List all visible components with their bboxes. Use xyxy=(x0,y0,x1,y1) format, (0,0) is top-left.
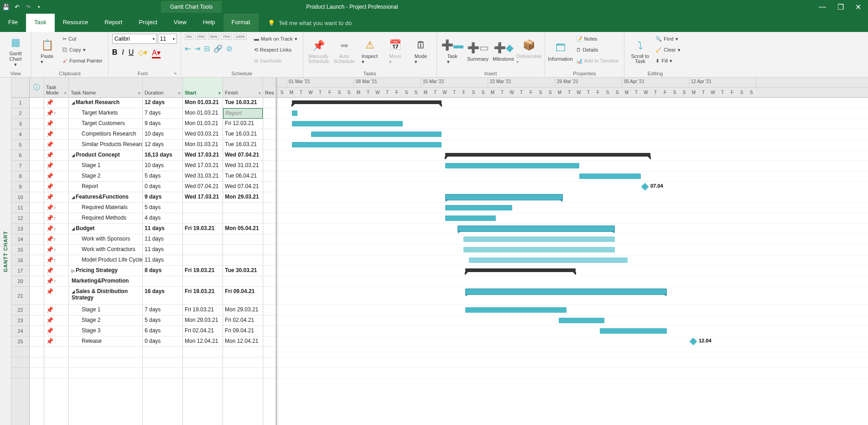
close-icon[interactable]: ✕ xyxy=(855,3,861,11)
indicator-cell[interactable] xyxy=(30,336,44,347)
move-button[interactable]: 📅Move▾ xyxy=(384,34,407,68)
pct-25-button[interactable]: 25% xyxy=(195,34,206,40)
font-color-button[interactable]: A▾ xyxy=(152,48,161,58)
gantt-bar[interactable] xyxy=(292,110,297,116)
mode-cell[interactable]: 📌? xyxy=(44,276,68,287)
copy-button[interactable]: ⿻Copy ▾ xyxy=(61,45,104,55)
start-cell[interactable]: Mon 29.03.21 xyxy=(183,315,223,326)
row-number[interactable] xyxy=(11,368,29,378)
duration-cell[interactable]: 11 days xyxy=(143,245,182,255)
maximize-icon[interactable]: ❐ xyxy=(837,3,844,11)
row-number[interactable]: 15 xyxy=(11,245,29,255)
tell-me-search[interactable]: 💡 Tell me what you want to do xyxy=(259,14,352,32)
duration-cell[interactable]: 7 days xyxy=(143,305,182,315)
task-name-cell[interactable]: ▷Pricing Strategy xyxy=(69,266,142,276)
indicator-cell[interactable] xyxy=(30,224,44,234)
indicator-cell[interactable] xyxy=(30,161,44,171)
mode-cell[interactable]: 📌 xyxy=(44,171,68,182)
empty-cell[interactable] xyxy=(30,357,44,368)
task-name-cell[interactable]: ◢Budget xyxy=(69,224,142,234)
duration-cell[interactable]: 12 days xyxy=(143,140,182,150)
gantt-bar[interactable] xyxy=(600,328,667,334)
task-name-cell[interactable]: ◢Sales & Distribution Strategy xyxy=(69,287,142,305)
start-cell[interactable]: Wed 17.03.21 xyxy=(183,161,223,171)
gantt-bar[interactable] xyxy=(463,247,615,252)
finish-cell[interactable]: Fri 12.03.21 xyxy=(223,119,263,129)
task-name-cell[interactable]: Work with Sponsors xyxy=(69,234,142,245)
finish-cell[interactable] xyxy=(223,255,263,266)
pct-100-button[interactable]: 100% xyxy=(234,34,246,40)
start-cell[interactable]: Mon 01.03.21 xyxy=(183,140,223,150)
scroll-to-task-button[interactable]: ⤵Scroll to Task xyxy=(628,34,652,68)
outdent-button[interactable]: ⇤ xyxy=(185,44,191,53)
mode-cell[interactable]: 📌 xyxy=(44,150,68,161)
task-name-cell[interactable]: Stage 2 xyxy=(69,171,142,182)
view-side-label[interactable]: GANTT CHART xyxy=(0,78,11,425)
finish-cell[interactable]: Tue 16.03.21 xyxy=(223,140,263,150)
gantt-chart-area[interactable]: 01 Mar '2108 Mar '2115 Mar '2122 Mar '21… xyxy=(277,78,868,425)
italic-button[interactable]: I xyxy=(122,48,124,58)
finish-cell[interactable]: Tue 16.03.21 xyxy=(223,98,263,108)
resource-cell[interactable] xyxy=(263,315,275,326)
mode-cell[interactable]: 📌? xyxy=(44,203,68,213)
gantt-bar[interactable] xyxy=(292,121,403,126)
mode-cell[interactable]: 📌 xyxy=(44,336,68,347)
mode-cell[interactable]: 📌 xyxy=(44,266,68,276)
mode-cell[interactable]: 📌? xyxy=(44,234,68,245)
inspect-button[interactable]: ⚠Inspect▾ xyxy=(358,34,382,68)
empty-cell[interactable] xyxy=(69,347,142,357)
task-name-cell[interactable]: Stage 1 xyxy=(69,305,142,315)
finish-cell[interactable] xyxy=(223,213,263,224)
task-name-cell[interactable]: Required Methods xyxy=(69,213,142,224)
resource-cell[interactable] xyxy=(263,161,275,171)
col-hdr-info[interactable]: ⓘ xyxy=(30,78,44,98)
start-cell[interactable]: Fri 02.04.21 xyxy=(183,326,223,336)
gantt-bar[interactable] xyxy=(292,142,442,147)
indicator-cell[interactable] xyxy=(30,192,44,203)
col-hdr-start[interactable]: Start▾ xyxy=(183,78,223,98)
indent-button[interactable]: ⇥ xyxy=(194,44,200,53)
menu-help[interactable]: Help xyxy=(195,14,223,32)
link-button[interactable]: 🔗 xyxy=(213,44,223,53)
minimize-icon[interactable]: — xyxy=(819,3,826,11)
task-name-cell[interactable]: Report xyxy=(69,182,142,192)
resource-cell[interactable] xyxy=(263,234,275,245)
mode-cell[interactable]: 📌 xyxy=(44,305,68,315)
mode-cell[interactable]: 📌? xyxy=(44,245,68,255)
empty-cell[interactable] xyxy=(183,357,223,368)
finish-cell[interactable]: Wed 07.04.21 xyxy=(223,182,263,192)
font-size-select[interactable]: 11▾ xyxy=(158,34,177,44)
duration-cell[interactable]: 9 days xyxy=(143,192,182,203)
task-name-cell[interactable]: ◢Features&Functions xyxy=(69,192,142,203)
gantt-bar[interactable] xyxy=(463,236,615,242)
details-button[interactable]: 🗒Details xyxy=(574,45,621,55)
indicator-cell[interactable] xyxy=(30,150,44,161)
mode-cell[interactable]: 📌? xyxy=(44,255,68,266)
task-name-cell[interactable]: Similar Products Research xyxy=(69,140,142,150)
finish-cell[interactable] xyxy=(223,245,263,255)
gantt-bar[interactable] xyxy=(465,289,667,295)
task-name-cell[interactable]: Target Markets xyxy=(69,108,142,119)
row-number[interactable]: 14 xyxy=(11,234,29,245)
mode-cell[interactable]: 📌 xyxy=(44,192,68,203)
menu-view[interactable]: View xyxy=(166,14,195,32)
col-hdr-finish[interactable]: Finish▾ xyxy=(223,78,263,98)
inactivate-button[interactable]: ⊖Inactivate xyxy=(252,56,299,66)
mode-cell[interactable]: 📌 xyxy=(44,119,68,129)
insert-task-button[interactable]: ➕▬Task▾ xyxy=(441,34,464,68)
row-number[interactable]: 17 xyxy=(11,266,29,276)
mode-cell[interactable]: 📌 xyxy=(44,98,68,108)
resource-cell[interactable] xyxy=(263,182,275,192)
indicator-cell[interactable] xyxy=(30,315,44,326)
menu-format[interactable]: Format xyxy=(223,14,259,32)
resource-cell[interactable] xyxy=(263,287,275,305)
information-button[interactable]: 🗔Information xyxy=(549,34,572,68)
indicator-cell[interactable] xyxy=(30,98,44,108)
resource-cell[interactable] xyxy=(263,255,275,266)
start-cell[interactable] xyxy=(183,245,223,255)
empty-cell[interactable] xyxy=(223,347,263,357)
duration-cell[interactable]: 12 days xyxy=(143,98,182,108)
start-cell[interactable]: Mon 01.03.21 xyxy=(183,98,223,108)
task-name-cell[interactable]: Stage 1 xyxy=(69,161,142,171)
indicator-cell[interactable] xyxy=(30,266,44,276)
